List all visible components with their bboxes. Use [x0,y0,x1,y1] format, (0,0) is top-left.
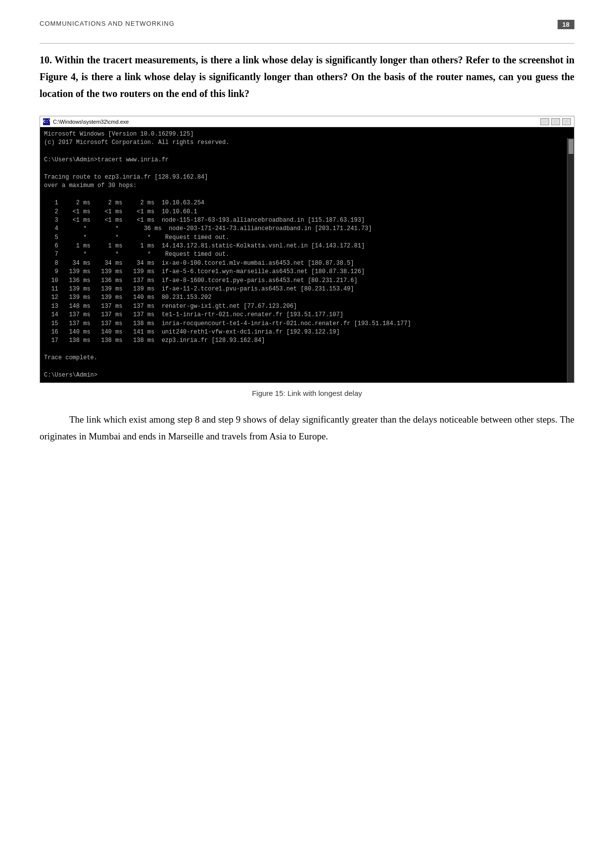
cmd-window: C:\ C:\Windows\system32\cmd.exe — □ × Mi… [40,116,574,383]
body-text-content: The link which exist among step 8 and st… [40,411,574,444]
maximize-button[interactable]: □ [551,118,560,125]
figure-caption: Figure 15: Link with longest delay [40,389,574,397]
cmd-content: Microsoft Windows [Version 10.0.16299.12… [40,127,574,383]
question-number: 10. [40,54,52,65]
cmd-title-text: C:\Windows\system32\cmd.exe [53,119,129,125]
cmd-titlebar: C:\ C:\Windows\system32\cmd.exe — □ × [40,116,574,127]
question-block: 10. Within the tracert measurements, is … [40,51,574,102]
cmd-controls[interactable]: — □ × [540,118,571,125]
cmd-app-icon: C:\ [43,118,50,125]
cmd-title-left: C:\ C:\Windows\system32\cmd.exe [43,118,129,125]
body-paragraph: The link which exist among step 8 and st… [40,411,574,444]
question-body: Within the tracert measurements, is ther… [40,54,574,99]
minimize-button[interactable]: — [540,118,549,125]
page-header: COMMUNICATIONS AND NETWORKING 18 [40,20,574,29]
scrollbar-thumb[interactable] [568,139,573,154]
scrollbar[interactable] [567,138,574,383]
page-number: 18 [558,20,574,29]
header-title: COMMUNICATIONS AND NETWORKING [40,20,175,27]
close-button[interactable]: × [562,118,571,125]
header-divider [40,43,574,44]
